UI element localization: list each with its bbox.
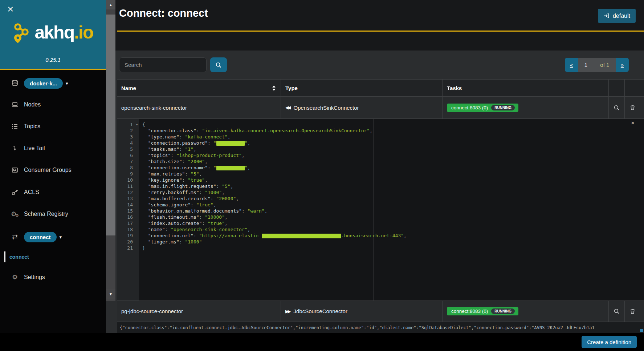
connector-detail-action[interactable] (609, 301, 625, 322)
code-line: "topics": "ishop-product-product", (142, 152, 644, 158)
connector-definition-editor[interactable]: 1▾23456789101112131415161718192021 { "co… (117, 119, 644, 301)
line-number: 18 (117, 226, 139, 233)
line-number: 1▾ (117, 121, 139, 128)
chevron-down-icon[interactable]: ▾ (66, 81, 68, 86)
task-badge[interactable]: connect:8083 (0) RUNNING (447, 104, 518, 112)
source-connector-icon: ▶▶ (285, 309, 290, 314)
main-content: Connect: connect default (115, 0, 644, 351)
scrollbar-thumb[interactable] (106, 15, 115, 235)
line-number: 3 (117, 134, 139, 140)
code-line: "name": "opensearch-sink-connector", (142, 226, 644, 233)
chevron-down-icon[interactable]: ▾ (60, 234, 62, 240)
sidebar-item-connect[interactable]: ⇄ connect ▾ (0, 230, 106, 243)
sidebar-item-settings[interactable]: ⚙ Settings (0, 271, 106, 284)
connector-tasks: connect:8083 (0) RUNNING (443, 301, 609, 322)
sidebar-header: × akhq.io (0, 0, 106, 70)
header-divider (117, 31, 644, 32)
code-line: "connection.url": "https://anna-elastic-… (142, 233, 644, 239)
fold-toggle-icon[interactable]: ▾ (136, 122, 138, 128)
connect-pill[interactable]: connect (24, 232, 57, 242)
line-number: 15 (117, 208, 139, 214)
connector-tasks: connect:8083 (0) RUNNING (443, 97, 609, 118)
akhq-logo-icon (13, 21, 32, 44)
object-group-icon (9, 166, 20, 174)
connector-delete-action[interactable] (625, 301, 644, 322)
scrollbar-up-button[interactable]: ▲ (106, 0, 115, 9)
code-line: "max.buffered.records": "20000", (142, 195, 644, 202)
search-input[interactable] (119, 57, 207, 72)
code-line: "behavior.on.malformed.documents": "warn… (142, 208, 644, 214)
sidebar-item-acls[interactable]: ACLS (0, 186, 106, 199)
preview-scrollbar[interactable] (640, 329, 643, 332)
code-line: "retry.backoff.ms": "1000", (142, 189, 644, 195)
redacted-value (216, 141, 245, 146)
column-header-actions-2 (625, 80, 644, 96)
sidebar-item-nodes[interactable]: Nodes (0, 98, 106, 111)
scrollbar-down-button[interactable]: ▼ (106, 289, 115, 299)
definition-preview-row[interactable]: {"connector.class":"io.confluent.connect… (117, 322, 644, 333)
sidebar-item-label: Nodes (24, 101, 41, 108)
arrow-down-icon (9, 145, 20, 152)
line-number: 14 (117, 202, 139, 208)
sort-icon[interactable] (272, 85, 276, 91)
code-line: "schema.ignore": "true", (142, 202, 644, 208)
bottom-action-bar: Create a definition (0, 333, 644, 351)
sidebar-item-topics[interactable]: Topics (0, 120, 106, 133)
active-indicator (4, 251, 5, 262)
sidebar-item-cluster[interactable]: docker-k... ▾ (0, 77, 106, 90)
close-icon[interactable]: × (631, 120, 635, 126)
connector-type-label: OpensearchSinkConnector (293, 105, 359, 111)
sidebar-item-schema-registry[interactable]: ⚙⚙ Schema Registry (0, 207, 106, 221)
logo-suffix: .io (74, 22, 93, 43)
cogs-icon: ⚙⚙ (9, 210, 20, 218)
code-line: "index.auto.create": "true", (142, 220, 644, 226)
create-definition-button[interactable]: Create a definition (582, 336, 637, 348)
pagination-next-button[interactable]: » (616, 58, 629, 72)
sidebar-item-live-tail[interactable]: Live Tail (0, 142, 106, 155)
table-row-pg-jdbc-source-connector[interactable]: pg-jdbc-source-connector ▶▶ JdbcSourceCo… (117, 301, 644, 322)
connector-detail-action[interactable] (609, 97, 625, 118)
sidebar-close-icon[interactable]: × (7, 4, 17, 15)
line-number: 8 (117, 165, 139, 171)
column-header-name: Name (117, 80, 281, 96)
line-number: 5 (117, 146, 139, 152)
definition-preview-text: {"connector.class":"io.confluent.connect… (120, 325, 595, 330)
sign-in-icon (603, 13, 610, 19)
connect-cluster-button[interactable]: default (598, 9, 636, 23)
connector-name: pg-jdbc-source-connector (117, 301, 281, 322)
line-number: 20 (117, 239, 139, 245)
sidebar-item-label: Consumer Groups (24, 167, 72, 173)
version-label: 0.25.1 (0, 57, 106, 63)
code-line: "type.name": "kafka-connect", (142, 134, 644, 140)
sidebar-item-consumer-groups[interactable]: Consumer Groups (0, 164, 106, 177)
code-line: "connector.class": "io.aiven.kafka.conne… (142, 128, 644, 134)
pagination-prev-button[interactable]: « (565, 58, 578, 72)
task-badge[interactable]: connect:8083 (0) RUNNING (447, 307, 518, 315)
table-row-opensearch-sink-connector[interactable]: opensearch-sink-connector ◀◀ OpensearchS… (117, 97, 644, 119)
search-icon (614, 308, 620, 314)
editor-code-area[interactable]: { "connector.class": "io.aiven.kafka.con… (139, 119, 644, 300)
cluster-pill[interactable]: docker-k... (24, 78, 63, 89)
editor-gutter: 1▾23456789101112131415161718192021 (117, 119, 139, 300)
page-scrollbar[interactable]: ▲ ▼ (106, 0, 115, 301)
sink-connector-icon: ◀◀ (285, 105, 290, 110)
code-line: "connection.password": "", (142, 140, 644, 146)
line-number: 7 (117, 158, 139, 165)
task-state-badge: RUNNING (491, 105, 515, 110)
search-button[interactable] (210, 57, 227, 72)
sidebar: × akhq.io (0, 0, 106, 351)
sidebar-item-label: ACLS (24, 189, 39, 195)
connector-delete-action[interactable] (625, 97, 644, 118)
line-number: 6 (117, 152, 139, 158)
column-header-type: Type (281, 80, 443, 96)
code-line: } (142, 245, 644, 251)
database-icon (9, 80, 20, 87)
laptop-icon (9, 101, 20, 108)
sidebar-item-label: Live Tail (24, 145, 45, 152)
code-line: "max.in.flight.requests": "5", (142, 183, 644, 189)
sidebar-subitem-connect[interactable]: connect (0, 251, 106, 262)
line-number: 13 (117, 195, 139, 202)
sidebar-item-label: Settings (24, 274, 45, 281)
akhq-logo: akhq.io (0, 21, 106, 44)
page-number-input[interactable]: 1 (584, 62, 587, 68)
